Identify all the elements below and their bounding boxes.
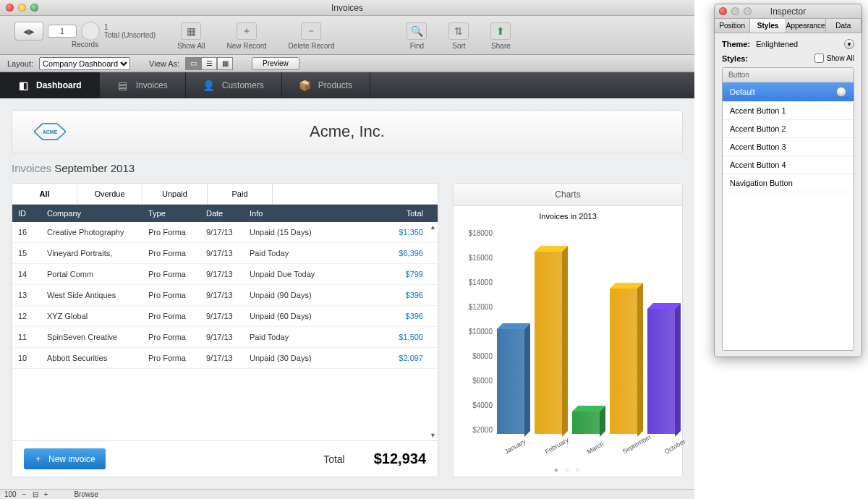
table-row[interactable]: 15Vineyard Portraits,Pro Forma9/17/13Pai…: [12, 243, 438, 264]
deleterecord-icon: －: [301, 22, 321, 40]
charts-heading: Charts: [454, 184, 682, 206]
share-button[interactable]: ⬆Share: [490, 20, 511, 50]
window-titlebar[interactable]: Invoices: [0, 0, 694, 16]
style-item[interactable]: Navigation Button: [723, 174, 854, 192]
main-window: Invoices ◀▶ 1 1 Total (Unsorted) Records…: [0, 0, 694, 499]
delete-record-button[interactable]: －Delete Record: [289, 20, 335, 50]
chart-bar[interactable]: [497, 329, 524, 434]
zoom-in-icon[interactable]: +: [44, 490, 48, 498]
scroll-up-icon: ▲: [430, 223, 436, 231]
inspector-tabs: PositionStylesAppearanceData: [715, 19, 861, 33]
view-table-icon[interactable]: ▦: [217, 57, 233, 70]
tab-unpaid[interactable]: Unpaid: [142, 184, 208, 204]
zoom-icon[interactable]: [744, 7, 752, 15]
toolbar: ◀▶ 1 1 Total (Unsorted) Records ▦Show Al…: [0, 16, 694, 55]
pie-icon[interactable]: [81, 22, 100, 40]
total-label: Total: [323, 453, 345, 465]
sort-button[interactable]: ⇅Sort: [448, 20, 469, 50]
minimize-icon[interactable]: [18, 4, 26, 12]
inspector-titlebar[interactable]: Inspector: [715, 4, 861, 19]
style-item[interactable]: Accent Button 3: [723, 138, 854, 156]
showall-icon: ▦: [181, 22, 201, 40]
viewas-label: View As:: [149, 59, 179, 68]
style-item[interactable]: Accent Button 4: [723, 156, 854, 174]
person-icon: 👤: [203, 80, 215, 91]
newrecord-icon: ＋: [237, 22, 257, 40]
minimize-icon[interactable]: [731, 7, 739, 15]
record-nav-buttons[interactable]: ◀▶: [14, 22, 43, 40]
inspector-body: Theme: Enlightened ▼ Styles: Show All Bu…: [715, 33, 861, 357]
nav-item-dashboard[interactable]: ◧Dashboard: [0, 72, 100, 98]
nav-item-customers[interactable]: 👤Customers: [186, 72, 282, 98]
find-button[interactable]: 🔍Find: [407, 20, 427, 50]
record-number-field[interactable]: 1: [48, 25, 77, 38]
sort-icon: ⇅: [448, 22, 469, 40]
style-item[interactable]: Default▼: [723, 82, 854, 102]
chevron-down-icon[interactable]: ▼: [844, 39, 854, 49]
table-row[interactable]: 11SpinSeven CreativePro Forma9/17/13Paid…: [12, 327, 438, 348]
company-header: ACME Acme, Inc.: [12, 110, 683, 153]
zoom-toggle-icon[interactable]: ⊟: [33, 490, 38, 498]
view-form-icon[interactable]: ▭: [185, 57, 201, 70]
nav-item-products[interactable]: 📦Products: [282, 72, 370, 98]
style-list: Button Default▼Accent Button 1Accent But…: [722, 67, 854, 351]
view-list-icon[interactable]: ☰: [201, 57, 217, 70]
table-row[interactable]: 13West Side AntiquesPro Forma9/17/13Unpa…: [12, 285, 438, 306]
tab-overdue[interactable]: Overdue: [77, 184, 142, 204]
close-icon[interactable]: [6, 4, 14, 12]
styles-label: Styles:: [722, 54, 748, 63]
new-record-button[interactable]: ＋New Record: [227, 20, 267, 50]
chart-bar[interactable]: [572, 411, 600, 434]
style-item[interactable]: Accent Button 1: [723, 102, 854, 120]
section-title: Invoices September 2013: [12, 162, 683, 174]
invoice-tabs: AllOverdueUnpaidPaid: [12, 184, 438, 205]
mode-label[interactable]: Browse: [74, 490, 98, 498]
table-row[interactable]: 14Portal CommPro Forma9/17/13Unpaid Due …: [12, 264, 438, 285]
tab-paid[interactable]: Paid: [208, 184, 273, 204]
zoom-value[interactable]: 100: [4, 490, 17, 498]
traffic-lights: [6, 4, 38, 12]
inspector-tab-styles[interactable]: Styles: [750, 19, 786, 33]
show-all-button[interactable]: ▦Show All: [177, 20, 205, 50]
dashboard-icon: ◧: [17, 80, 29, 91]
record-info: 1 Total (Unsorted): [104, 23, 156, 39]
inspector-tab-data[interactable]: Data: [826, 19, 861, 33]
list-icon: ▤: [117, 80, 129, 91]
close-icon[interactable]: [719, 7, 727, 15]
inspector-panel[interactable]: Inspector PositionStylesAppearanceData T…: [714, 4, 862, 357]
pager-dots[interactable]: ● ○ ○: [454, 463, 682, 477]
new-invoice-button[interactable]: ＋New invoice: [24, 448, 106, 469]
total-value: $12,934: [374, 451, 426, 467]
plus-icon: ＋: [34, 453, 43, 465]
layout-select[interactable]: Company Dashboard: [39, 57, 130, 70]
table-row[interactable]: 10Abbott SecuritiesPro Forma9/17/13Unpai…: [12, 348, 438, 369]
chart-area: $18000$16000$14000$12000$10000$8000$6000…: [454, 223, 682, 463]
search-icon: 🔍: [407, 22, 427, 40]
nav-item-invoices[interactable]: ▤Invoices: [100, 72, 186, 98]
content-area: ACME Acme, Inc. Invoices September 2013 …: [0, 98, 694, 489]
showall-checkbox[interactable]: Show All: [814, 54, 854, 63]
chart-bar[interactable]: [610, 289, 637, 434]
inspector-tab-appearance[interactable]: Appearance: [786, 19, 826, 33]
box-icon: 📦: [299, 80, 311, 91]
records-label: Records: [72, 40, 98, 48]
table-row[interactable]: 16Creative PhotographyPro Forma9/17/13Un…: [12, 222, 438, 243]
invoices-panel: AllOverdueUnpaidPaid ID Company Type Dat…: [12, 183, 438, 477]
scroll-indicator[interactable]: ▲▼: [430, 223, 436, 439]
tab-all[interactable]: All: [12, 184, 77, 204]
chart-bar[interactable]: [647, 309, 675, 434]
zoom-out-icon[interactable]: −: [22, 490, 27, 498]
chart-bar[interactable]: [535, 252, 562, 434]
chevron-down-icon[interactable]: ▼: [836, 87, 846, 97]
table-row[interactable]: 12XYZ GlobalPro Forma9/17/13Unpaid (60 D…: [12, 306, 438, 327]
preview-button[interactable]: Preview: [252, 57, 299, 70]
nav-bar: ◧Dashboard▤Invoices👤Customers📦Products: [0, 72, 694, 98]
company-name: Acme, Inc.: [12, 122, 682, 141]
style-item[interactable]: Accent Button 2: [723, 120, 854, 138]
scroll-down-icon: ▼: [430, 432, 436, 439]
table-body[interactable]: ▲▼ 16Creative PhotographyPro Forma9/17/1…: [12, 222, 438, 440]
charts-panel: Charts Invoices in 2013 $18000$16000$140…: [453, 183, 683, 477]
zoom-icon[interactable]: [30, 4, 38, 12]
inspector-tab-position[interactable]: Position: [715, 19, 750, 33]
theme-value: Enlightened: [750, 40, 844, 48]
